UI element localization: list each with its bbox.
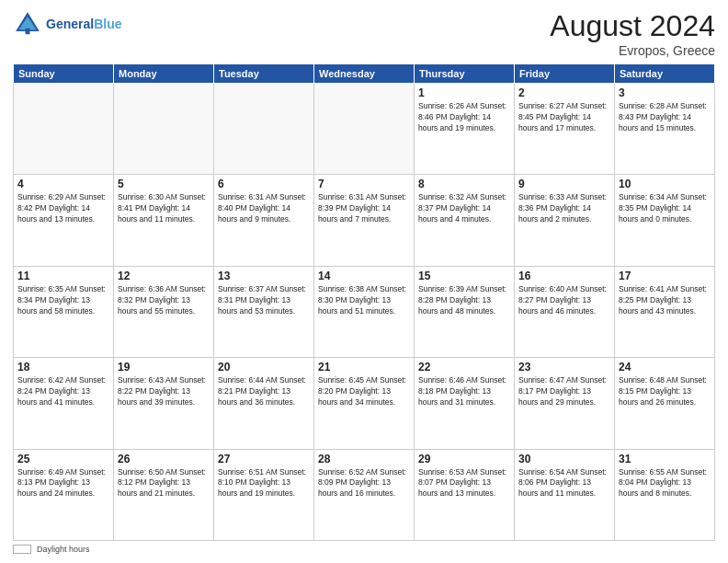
day-info: Sunrise: 6:43 AM Sunset: 8:22 PM Dayligh… xyxy=(118,375,210,408)
header: GeneralBlue August 2024 Evropos, Greece xyxy=(13,9,715,58)
day-number: 8 xyxy=(418,178,510,190)
day-number: 31 xyxy=(619,453,711,465)
calendar-cell: 16Sunrise: 6:40 AM Sunset: 8:27 PM Dayli… xyxy=(515,266,615,357)
day-info: Sunrise: 6:33 AM Sunset: 8:36 PM Dayligh… xyxy=(518,192,610,225)
calendar-cell xyxy=(314,84,415,175)
day-info: Sunrise: 6:48 AM Sunset: 8:15 PM Dayligh… xyxy=(619,375,711,408)
calendar-cell: 27Sunrise: 6:51 AM Sunset: 8:10 PM Dayli… xyxy=(214,449,314,540)
day-number: 11 xyxy=(17,270,109,282)
day-info: Sunrise: 6:37 AM Sunset: 8:31 PM Dayligh… xyxy=(218,284,310,317)
weekday-header-friday: Friday xyxy=(515,64,615,84)
day-number: 26 xyxy=(118,453,210,465)
day-info: Sunrise: 6:39 AM Sunset: 8:28 PM Dayligh… xyxy=(418,284,510,317)
calendar-cell: 6Sunrise: 6:31 AM Sunset: 8:40 PM Daylig… xyxy=(214,175,314,266)
day-info: Sunrise: 6:34 AM Sunset: 8:35 PM Dayligh… xyxy=(619,192,711,225)
day-info: Sunrise: 6:44 AM Sunset: 8:21 PM Dayligh… xyxy=(218,375,310,408)
location-title: Evropos, Greece xyxy=(550,43,715,58)
title-block: August 2024 Evropos, Greece xyxy=(550,9,715,58)
calendar-cell: 13Sunrise: 6:37 AM Sunset: 8:31 PM Dayli… xyxy=(214,266,314,357)
day-info: Sunrise: 6:38 AM Sunset: 8:30 PM Dayligh… xyxy=(318,284,410,317)
calendar-cell: 1Sunrise: 6:26 AM Sunset: 8:46 PM Daylig… xyxy=(415,84,515,175)
logo: GeneralBlue xyxy=(13,9,121,39)
day-number: 2 xyxy=(518,86,610,99)
calendar-cell: 26Sunrise: 6:50 AM Sunset: 8:12 PM Dayli… xyxy=(114,449,214,540)
calendar-cell: 19Sunrise: 6:43 AM Sunset: 8:22 PM Dayli… xyxy=(114,358,214,449)
day-info: Sunrise: 6:54 AM Sunset: 8:06 PM Dayligh… xyxy=(518,467,610,500)
calendar-cell: 5Sunrise: 6:30 AM Sunset: 8:41 PM Daylig… xyxy=(114,175,214,266)
day-info: Sunrise: 6:55 AM Sunset: 8:04 PM Dayligh… xyxy=(619,467,711,500)
day-info: Sunrise: 6:40 AM Sunset: 8:27 PM Dayligh… xyxy=(518,284,610,317)
calendar-cell: 28Sunrise: 6:52 AM Sunset: 8:09 PM Dayli… xyxy=(314,449,415,540)
day-number: 27 xyxy=(218,453,310,465)
day-info: Sunrise: 6:36 AM Sunset: 8:32 PM Dayligh… xyxy=(118,284,210,317)
day-info: Sunrise: 6:46 AM Sunset: 8:18 PM Dayligh… xyxy=(418,375,510,408)
calendar-cell: 11Sunrise: 6:35 AM Sunset: 8:34 PM Dayli… xyxy=(14,266,114,357)
day-info: Sunrise: 6:27 AM Sunset: 8:45 PM Dayligh… xyxy=(518,101,610,134)
weekday-header-sunday: Sunday xyxy=(14,64,114,84)
calendar-cell: 22Sunrise: 6:46 AM Sunset: 8:18 PM Dayli… xyxy=(415,358,515,449)
calendar-cell: 17Sunrise: 6:41 AM Sunset: 8:25 PM Dayli… xyxy=(615,266,715,357)
calendar-cell: 9Sunrise: 6:33 AM Sunset: 8:36 PM Daylig… xyxy=(515,175,615,266)
page: GeneralBlue August 2024 Evropos, Greece … xyxy=(0,0,728,563)
daylight-swatch xyxy=(13,545,31,554)
svg-rect-2 xyxy=(26,29,30,34)
day-number: 13 xyxy=(218,270,310,282)
day-number: 29 xyxy=(418,453,510,465)
calendar-cell: 23Sunrise: 6:47 AM Sunset: 8:17 PM Dayli… xyxy=(515,358,615,449)
day-number: 14 xyxy=(318,270,410,282)
day-info: Sunrise: 6:32 AM Sunset: 8:37 PM Dayligh… xyxy=(418,192,510,225)
day-number: 18 xyxy=(17,361,109,373)
weekday-header-wednesday: Wednesday xyxy=(314,64,415,84)
calendar-cell: 20Sunrise: 6:44 AM Sunset: 8:21 PM Dayli… xyxy=(214,358,314,449)
day-info: Sunrise: 6:31 AM Sunset: 8:39 PM Dayligh… xyxy=(318,192,410,225)
day-number: 30 xyxy=(518,453,610,465)
day-info: Sunrise: 6:42 AM Sunset: 8:24 PM Dayligh… xyxy=(17,375,109,408)
calendar-cell: 15Sunrise: 6:39 AM Sunset: 8:28 PM Dayli… xyxy=(415,266,515,357)
day-number: 1 xyxy=(418,86,510,99)
calendar-cell: 29Sunrise: 6:53 AM Sunset: 8:07 PM Dayli… xyxy=(415,449,515,540)
day-info: Sunrise: 6:45 AM Sunset: 8:20 PM Dayligh… xyxy=(318,375,410,408)
calendar-cell: 30Sunrise: 6:54 AM Sunset: 8:06 PM Dayli… xyxy=(515,449,615,540)
calendar-cell: 8Sunrise: 6:32 AM Sunset: 8:37 PM Daylig… xyxy=(415,175,515,266)
calendar-cell xyxy=(214,84,314,175)
logo-text: GeneralBlue xyxy=(46,17,121,31)
day-number: 7 xyxy=(318,178,410,190)
day-number: 20 xyxy=(218,361,310,373)
day-info: Sunrise: 6:49 AM Sunset: 8:13 PM Dayligh… xyxy=(17,467,109,500)
calendar-cell: 10Sunrise: 6:34 AM Sunset: 8:35 PM Dayli… xyxy=(615,175,715,266)
daylight-label: Daylight hours xyxy=(37,545,90,554)
calendar-cell: 25Sunrise: 6:49 AM Sunset: 8:13 PM Dayli… xyxy=(14,449,114,540)
day-number: 28 xyxy=(318,453,410,465)
month-title: August 2024 xyxy=(550,9,715,43)
logo-icon xyxy=(13,9,42,39)
calendar-cell: 7Sunrise: 6:31 AM Sunset: 8:39 PM Daylig… xyxy=(314,175,415,266)
calendar-cell xyxy=(14,84,114,175)
day-info: Sunrise: 6:52 AM Sunset: 8:09 PM Dayligh… xyxy=(318,467,410,500)
footer: Daylight hours xyxy=(13,545,715,554)
week-row-2: 11Sunrise: 6:35 AM Sunset: 8:34 PM Dayli… xyxy=(14,266,715,357)
day-number: 4 xyxy=(17,178,109,190)
day-number: 25 xyxy=(17,453,109,465)
day-info: Sunrise: 6:51 AM Sunset: 8:10 PM Dayligh… xyxy=(218,467,310,500)
calendar-cell: 21Sunrise: 6:45 AM Sunset: 8:20 PM Dayli… xyxy=(314,358,415,449)
day-number: 16 xyxy=(518,270,610,282)
day-info: Sunrise: 6:35 AM Sunset: 8:34 PM Dayligh… xyxy=(17,284,109,317)
calendar-cell: 24Sunrise: 6:48 AM Sunset: 8:15 PM Dayli… xyxy=(615,358,715,449)
week-row-4: 25Sunrise: 6:49 AM Sunset: 8:13 PM Dayli… xyxy=(14,449,715,540)
day-info: Sunrise: 6:26 AM Sunset: 8:46 PM Dayligh… xyxy=(418,101,510,134)
week-row-0: 1Sunrise: 6:26 AM Sunset: 8:46 PM Daylig… xyxy=(14,84,715,175)
day-number: 21 xyxy=(318,361,410,373)
day-number: 23 xyxy=(518,361,610,373)
day-number: 5 xyxy=(118,178,210,190)
day-info: Sunrise: 6:50 AM Sunset: 8:12 PM Dayligh… xyxy=(118,467,210,500)
day-info: Sunrise: 6:28 AM Sunset: 8:43 PM Dayligh… xyxy=(619,101,711,134)
week-row-3: 18Sunrise: 6:42 AM Sunset: 8:24 PM Dayli… xyxy=(14,358,715,449)
calendar-cell: 18Sunrise: 6:42 AM Sunset: 8:24 PM Dayli… xyxy=(14,358,114,449)
week-row-1: 4Sunrise: 6:29 AM Sunset: 8:42 PM Daylig… xyxy=(14,175,715,266)
calendar-cell: 4Sunrise: 6:29 AM Sunset: 8:42 PM Daylig… xyxy=(14,175,114,266)
day-number: 15 xyxy=(418,270,510,282)
day-number: 19 xyxy=(118,361,210,373)
calendar-cell: 2Sunrise: 6:27 AM Sunset: 8:45 PM Daylig… xyxy=(515,84,615,175)
weekday-header-saturday: Saturday xyxy=(615,64,715,84)
calendar-cell: 14Sunrise: 6:38 AM Sunset: 8:30 PM Dayli… xyxy=(314,266,415,357)
